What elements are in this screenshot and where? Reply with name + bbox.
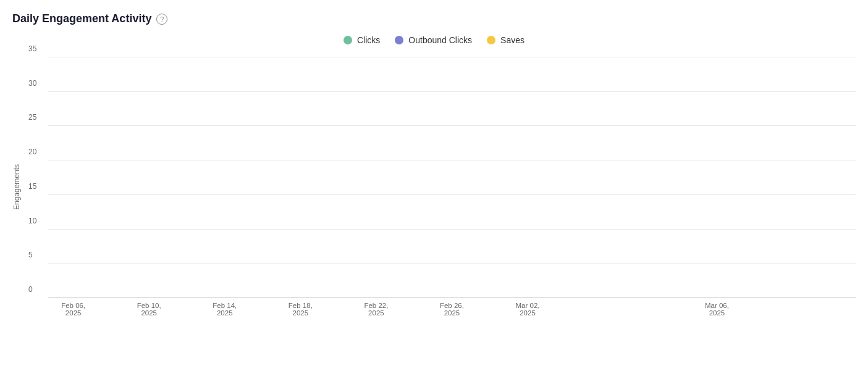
- bar-group-2: [130, 57, 168, 298]
- bar-group-14: [584, 57, 622, 298]
- bar-group-17: [698, 57, 736, 298]
- bar-group-1: [92, 57, 130, 298]
- y-tick-0: 0: [28, 285, 33, 294]
- x-label-4: Feb 14, 2025: [206, 302, 243, 317]
- y-tick-25: 25: [28, 113, 36, 122]
- x-axis: Feb 06, 2025Feb 10, 2025Feb 14, 2025Feb …: [48, 302, 856, 317]
- x-label-20: [812, 302, 849, 317]
- x-label-12: Mar 02, 2025: [508, 302, 546, 317]
- clicks-dot: [343, 36, 352, 44]
- bar-group-20: [812, 57, 849, 298]
- x-label-13: [547, 302, 584, 317]
- legend-item-clicks: Clicks: [343, 35, 380, 45]
- bar-group-0: [54, 57, 92, 298]
- bar-group-16: [660, 57, 698, 298]
- bar-group-6: [282, 57, 319, 298]
- bar-group-5: [243, 57, 281, 298]
- y-tick-10: 10: [28, 217, 36, 225]
- x-label-16: [660, 302, 698, 317]
- chart-area: Engagements 05101520253035 Feb 06, 2025F…: [12, 57, 856, 317]
- x-label-10: Feb 26, 2025: [433, 302, 471, 317]
- bottom-axis-line: [48, 297, 856, 298]
- chart-title: Daily Engagement Activity: [12, 12, 151, 25]
- y-tick-30: 30: [28, 79, 36, 88]
- x-label-14: [584, 302, 622, 317]
- help-icon[interactable]: ?: [156, 14, 167, 25]
- outbound-dot: [395, 36, 403, 44]
- bar-group-18: [736, 57, 773, 298]
- x-label-11: [471, 302, 508, 317]
- chart-inner: 05101520253035 Feb 06, 2025Feb 10, 2025F…: [48, 57, 856, 317]
- y-tick-5: 5: [28, 251, 33, 259]
- bar-group-4: [206, 57, 243, 298]
- grid-and-bars: 05101520253035: [48, 57, 856, 298]
- x-label-17: Mar 06, 2025: [698, 302, 736, 317]
- x-label-19: [773, 302, 811, 317]
- bar-group-11: [471, 57, 508, 298]
- y-tick-20: 20: [28, 148, 36, 156]
- chart-container: Daily Engagement Activity ? Clicks Outbo…: [12, 12, 856, 370]
- legend-label-saves: Saves: [500, 35, 525, 45]
- x-label-3: [168, 302, 206, 317]
- bar-group-19: [773, 57, 811, 298]
- y-axis-label: Engagements: [12, 57, 21, 317]
- chart-legend: Clicks Outbound Clicks Saves: [12, 35, 856, 45]
- y-tick-15: 15: [28, 182, 36, 191]
- bar-group-8: [357, 57, 395, 298]
- bar-group-15: [622, 57, 660, 298]
- legend-item-outbound: Outbound Clicks: [395, 35, 472, 45]
- legend-item-saves: Saves: [487, 35, 525, 45]
- x-label-6: Feb 18, 2025: [282, 302, 319, 317]
- bar-group-3: [168, 57, 206, 298]
- x-label-2: Feb 10, 2025: [130, 302, 168, 317]
- x-label-9: [395, 302, 433, 317]
- x-label-18: [736, 302, 773, 317]
- x-label-1: [92, 302, 130, 317]
- bar-group-12: [508, 57, 546, 298]
- bar-group-13: [547, 57, 584, 298]
- bar-group-9: [395, 57, 433, 298]
- legend-label-clicks: Clicks: [357, 35, 380, 45]
- saves-dot: [487, 36, 495, 44]
- x-label-8: Feb 22, 2025: [357, 302, 395, 317]
- bar-group-7: [319, 57, 357, 298]
- x-label-0: Feb 06, 2025: [54, 302, 92, 317]
- bars-container: [48, 57, 856, 298]
- bar-group-10: [433, 57, 471, 298]
- x-label-5: [243, 302, 281, 317]
- y-tick-35: 35: [28, 44, 36, 53]
- x-label-15: [622, 302, 660, 317]
- x-label-7: [319, 302, 357, 317]
- legend-label-outbound: Outbound Clicks: [408, 35, 472, 45]
